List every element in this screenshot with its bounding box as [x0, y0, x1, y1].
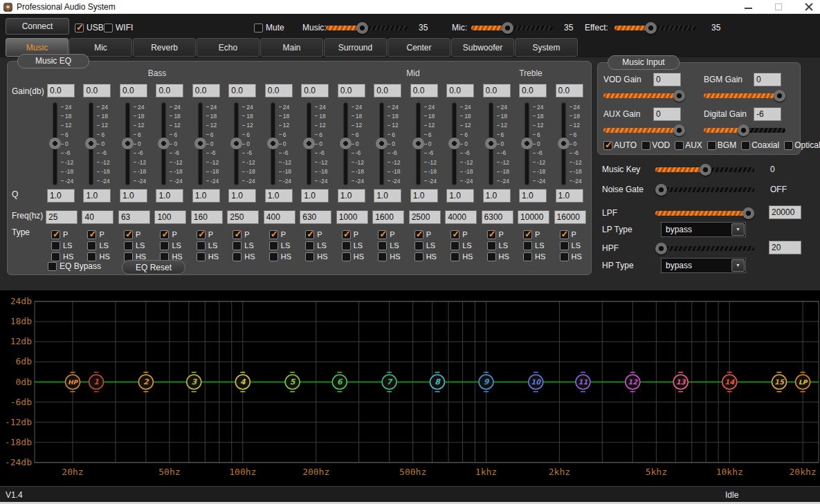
slider-knob[interactable] [85, 138, 97, 149]
type-checkbox-ls[interactable] [487, 241, 496, 250]
hpf-value-input[interactable] [769, 241, 801, 254]
freq-input[interactable] [445, 210, 477, 224]
slider-knob[interactable] [673, 124, 685, 136]
aux-source-checkbox[interactable] [675, 141, 684, 150]
gain-slider[interactable]: 24181260-6-12-18-24 [47, 103, 80, 185]
optical-source-checkbox[interactable] [784, 141, 793, 150]
gain-slider[interactable]: 24181260-6-12-18-24 [410, 103, 444, 185]
type-checkbox-p[interactable] [160, 230, 169, 239]
gain-input[interactable] [192, 84, 220, 97]
type-checkbox-p[interactable] [87, 230, 96, 239]
freq-input[interactable] [227, 210, 259, 224]
lpf-slider[interactable] [655, 207, 754, 218]
aux-gain-slider[interactable] [603, 124, 685, 136]
music-volume-slider[interactable] [326, 22, 408, 33]
freq-input[interactable] [372, 210, 404, 224]
q-input[interactable] [265, 189, 293, 203]
type-checkbox-hs[interactable] [378, 252, 387, 261]
gain-input[interactable] [120, 84, 147, 97]
slider-knob[interactable] [122, 138, 134, 149]
slider-knob[interactable] [303, 138, 315, 149]
slider-knob[interactable] [645, 22, 657, 34]
digital-gain-input[interactable] [754, 107, 781, 121]
type-checkbox-p[interactable] [378, 230, 387, 239]
type-checkbox-hs[interactable] [342, 252, 351, 261]
q-input[interactable] [228, 189, 256, 203]
close-button[interactable] [803, 1, 814, 12]
band-point-15[interactable]: 15 [772, 373, 787, 392]
type-checkbox-ls[interactable] [450, 241, 459, 250]
type-checkbox-hs[interactable] [450, 252, 459, 261]
gain-slider[interactable]: 24181260-6-12-18-24 [228, 103, 262, 185]
bgm-source-checkbox[interactable] [707, 141, 716, 150]
vod-gain-input[interactable] [653, 73, 681, 86]
slider-knob[interactable] [376, 138, 388, 149]
type-checkbox-ls[interactable] [233, 241, 242, 250]
gain-input[interactable] [483, 84, 511, 97]
type-checkbox-hs[interactable] [269, 252, 278, 261]
gain-input[interactable] [301, 84, 329, 97]
gain-input[interactable] [556, 84, 583, 97]
slider-knob[interactable] [521, 138, 533, 149]
type-checkbox-ls[interactable] [124, 241, 133, 250]
slider-knob[interactable] [738, 124, 749, 136]
gain-input[interactable] [228, 84, 256, 97]
freq-input[interactable] [300, 210, 331, 224]
type-checkbox-ls[interactable] [197, 241, 206, 250]
type-checkbox-hs[interactable] [487, 252, 496, 261]
q-input[interactable] [446, 189, 474, 203]
auto-source-checkbox[interactable] [603, 141, 612, 150]
type-checkbox-p[interactable] [233, 230, 242, 239]
tab-subwoofer[interactable]: Subwoofer [451, 38, 514, 57]
type-checkbox-hs[interactable] [51, 252, 60, 261]
coaxial-source-checkbox[interactable] [741, 141, 750, 150]
hp-type-dropdown[interactable]: bypass [661, 258, 746, 273]
band-point-7[interactable]: 7 [382, 373, 397, 392]
type-checkbox-hs[interactable] [197, 252, 206, 261]
tab-system[interactable]: System [515, 38, 578, 57]
slider-knob[interactable] [502, 22, 513, 34]
q-input[interactable] [301, 189, 329, 203]
slider-knob[interactable] [356, 22, 368, 34]
q-input[interactable] [519, 189, 547, 203]
music-key-slider[interactable] [655, 164, 754, 175]
slider-knob[interactable] [230, 138, 242, 149]
type-checkbox-hs[interactable] [523, 252, 532, 261]
band-point-12[interactable]: 12 [626, 373, 640, 392]
tab-echo[interactable]: Echo [197, 38, 259, 57]
gain-slider[interactable]: 24181260-6-12-18-24 [338, 103, 371, 185]
hpf-slider[interactable] [655, 243, 754, 254]
type-checkbox-ls[interactable] [523, 241, 532, 250]
gain-input[interactable] [83, 84, 111, 97]
gain-slider[interactable]: 24181260-6-12-18-24 [156, 103, 189, 185]
tab-surround[interactable]: Surround [324, 38, 387, 57]
tab-center[interactable]: Center [388, 38, 450, 57]
type-checkbox-ls[interactable] [269, 241, 278, 250]
band-point-4[interactable]: 4 [235, 373, 250, 392]
q-input[interactable] [120, 189, 147, 203]
maximize-button[interactable] [773, 1, 784, 12]
gain-slider[interactable]: 24181260-6-12-18-24 [556, 103, 589, 185]
effect-volume-slider[interactable] [614, 22, 696, 33]
slider-knob[interactable] [485, 138, 497, 149]
type-checkbox-ls[interactable] [51, 241, 60, 250]
gain-input[interactable] [156, 84, 183, 97]
type-checkbox-hs[interactable] [560, 252, 569, 261]
gain-slider[interactable]: 24181260-6-12-18-24 [192, 103, 226, 185]
freq-input[interactable] [482, 210, 513, 224]
connect-button[interactable]: Connect [6, 18, 69, 35]
band-point-10[interactable]: 10 [529, 373, 543, 392]
freq-input[interactable] [154, 210, 186, 224]
eq-bypass-checkbox[interactable] [48, 262, 57, 271]
type-checkbox-ls[interactable] [87, 241, 96, 250]
band-point-14[interactable]: 14 [722, 373, 737, 392]
band-point-5[interactable]: 5 [285, 373, 300, 392]
freq-input[interactable] [118, 210, 150, 224]
type-checkbox-p[interactable] [305, 230, 314, 239]
gain-slider[interactable]: 24181260-6-12-18-24 [83, 103, 116, 185]
slider-knob[interactable] [558, 138, 570, 149]
aux-gain-input[interactable] [653, 107, 681, 121]
slider-knob[interactable] [700, 164, 711, 176]
type-checkbox-ls[interactable] [414, 241, 423, 250]
lp-type-dropdown[interactable]: bypass [661, 222, 746, 237]
